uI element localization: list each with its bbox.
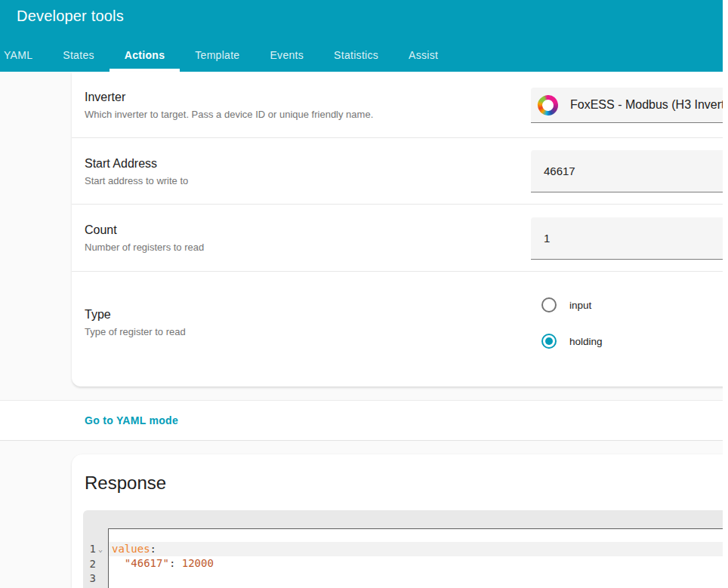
- form-row-count: Count Number of registers to read 1: [72, 204, 728, 271]
- yaml-indent: [112, 557, 125, 569]
- count-input[interactable]: 1: [531, 217, 728, 260]
- gutter-line-2: 2: [83, 557, 108, 572]
- radio-selected-icon[interactable]: [541, 334, 557, 349]
- mode-switch-bar: Go to YAML mode: [0, 400, 728, 441]
- fold-chevron-icon[interactable]: ⌄: [96, 542, 105, 557]
- code-editor-content[interactable]: values: "46617": 12000: [108, 528, 728, 588]
- start-address-input[interactable]: 46617: [531, 150, 728, 192]
- type-label: Type: [85, 308, 111, 322]
- editor-line-number-gutter: 1 ⌄ 2 3: [83, 542, 108, 586]
- developer-tools-page: Developer tools YAML States Actions Temp…: [0, 0, 728, 588]
- tab-actions[interactable]: Actions: [110, 38, 180, 72]
- radio-input-label: input: [569, 300, 591, 311]
- form-row-start-address: Start Address Start address to write to …: [72, 137, 728, 204]
- line-number: 1: [83, 542, 96, 557]
- gutter-line-1: 1 ⌄: [83, 542, 108, 557]
- tab-events[interactable]: Events: [254, 38, 319, 72]
- radio-option-holding[interactable]: holding: [541, 334, 603, 349]
- yaml-colon: :: [150, 543, 156, 555]
- yaml-key: "46617": [125, 557, 169, 569]
- gutter-line-3: 3: [83, 571, 108, 586]
- foxess-logo-icon: [537, 94, 560, 116]
- yaml-key: values: [112, 543, 150, 555]
- start-address-label: Start Address: [85, 157, 157, 171]
- yaml-value: 12000: [175, 557, 214, 569]
- action-form-card: Inverter Which inverter to target. Pass …: [72, 72, 728, 386]
- start-address-description: Start address to write to: [85, 175, 188, 186]
- radio-holding-label: holding: [569, 336, 603, 347]
- code-line-3: [109, 571, 728, 586]
- tab-statistics[interactable]: Statistics: [319, 38, 393, 72]
- radio-unselected-icon[interactable]: [541, 297, 557, 312]
- count-label: Count: [85, 223, 117, 237]
- tab-bar: YAML States Actions Template Events Stat…: [0, 38, 453, 72]
- radio-option-input[interactable]: input: [541, 297, 591, 312]
- tab-template[interactable]: Template: [180, 38, 254, 72]
- count-description: Number of registers to read: [85, 242, 204, 253]
- line-number: 2: [83, 557, 96, 572]
- inverter-label: Inverter: [85, 91, 125, 104]
- type-description: Type of register to read: [85, 326, 186, 337]
- form-row-type: Type Type of register to read input hold…: [72, 271, 728, 386]
- code-line-2: "46617": 12000: [109, 556, 728, 571]
- tab-yaml[interactable]: YAML: [0, 38, 48, 72]
- inverter-picker-value: FoxESS - Modbus (H3 Inverter): [570, 98, 728, 112]
- response-title: Response: [85, 473, 166, 494]
- form-row-inverter: Inverter Which inverter to target. Pass …: [72, 72, 728, 137]
- code-line-1: values:: [109, 542, 728, 557]
- tab-states[interactable]: States: [48, 38, 110, 72]
- page-title: Developer tools: [17, 5, 124, 26]
- vertical-scrollbar-track[interactable]: [723, 0, 728, 588]
- inverter-device-picker[interactable]: FoxESS - Modbus (H3 Inverter): [531, 88, 728, 123]
- yaml-response-editor: 1 ⌄ 2 3 values: "46617": 12000: [83, 510, 728, 588]
- line-number: 3: [83, 571, 96, 586]
- code-area: values: "46617": 12000: [109, 529, 728, 586]
- inverter-description: Which inverter to target. Pass a device …: [85, 109, 373, 120]
- tab-assist[interactable]: Assist: [393, 38, 453, 72]
- app-header: Developer tools YAML States Actions Temp…: [0, 0, 728, 72]
- go-to-yaml-mode-button[interactable]: Go to YAML mode: [85, 401, 178, 440]
- response-card: Response 1 ⌄ 2 3 values: "46617": 12000: [72, 454, 728, 588]
